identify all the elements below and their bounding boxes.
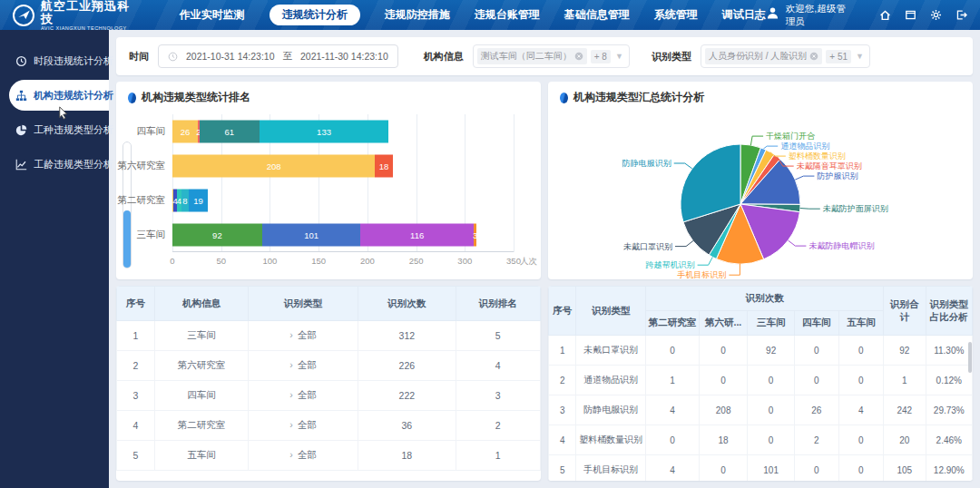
chevron-right-icon: › [289, 419, 293, 430]
main-content: 时间 2021-10-31 14:23:10 至 2021-11-30 14:2… [109, 30, 980, 488]
table-cell: 0 [748, 366, 794, 395]
cell-type-expander[interactable]: ›全部 [248, 441, 358, 471]
x-tick-label: 0 [170, 256, 174, 266]
org-tag-label: 测试车间（同二车间） [481, 50, 572, 63]
bar-chart-card: 机构违规类型统计排名 050100150200250300350人次四车间262… [116, 82, 541, 279]
bar-segment[interactable]: 92 [172, 224, 262, 247]
bar-segment[interactable]: 116 [360, 224, 474, 247]
bar-segment[interactable]: 8 [181, 190, 190, 212]
home-icon[interactable] [879, 9, 891, 21]
bar-segment-value: 208 [267, 161, 281, 171]
cell-type-expander[interactable]: ›全部 [248, 321, 358, 351]
table-cell: 0 [838, 366, 883, 395]
bar-segment-value: 116 [410, 230, 424, 240]
table-cell: 0.12% [926, 366, 972, 395]
cell-type-expander[interactable]: ›全部 [248, 351, 358, 381]
pie-slice-label: 未戴防静电帽识别 [808, 241, 874, 250]
cell-org: 四车间 [155, 381, 249, 411]
sidebar-item-label: 工龄违规类型分析 [34, 158, 113, 171]
type-tag: 人员身份识别 / 人脸识别 [705, 48, 822, 64]
date-end-value[interactable]: 2021-11-30 14:23:10 [300, 51, 388, 62]
bar-segment[interactable]: 133 [260, 121, 389, 143]
tag-close-icon[interactable] [809, 52, 818, 61]
table-cell: 26 [794, 395, 838, 425]
pie-label-line [763, 146, 778, 149]
nav-tab[interactable]: 作业实时监测 [180, 7, 245, 23]
cell-count: 226 [358, 351, 456, 381]
nav-tab[interactable]: 调试日志 [722, 7, 766, 23]
pie-slice-label: 未戴口罩识别 [623, 242, 672, 251]
table-row: 4第二研究室›全部362 [117, 411, 541, 441]
nav-tab[interactable]: 违规统计分析 [270, 5, 360, 25]
window-icon[interactable] [905, 9, 916, 21]
pie-label-line [729, 264, 740, 275]
table-row: 5五车间›全部181 [117, 441, 541, 471]
table-cell: 2.46% [926, 425, 972, 455]
cell-type-expander[interactable]: ›全部 [248, 411, 358, 441]
bar-row: 四车间26261133 [172, 114, 514, 149]
table-cell: 手机目标识别 [576, 455, 646, 482]
bar-segment[interactable]: 18 [375, 155, 392, 178]
table-cell: 0 [646, 336, 699, 366]
sidebar-item-label: 工种违规类型分析 [34, 123, 113, 137]
column-subheader: 五车间 [838, 311, 883, 336]
logout-icon[interactable] [956, 9, 967, 21]
topbar: 航空工业翔迅科技 AVIC XIANGXUN TECHNOLOGY 作业实时监测… [0, 0, 980, 30]
column-header: 识别合计 [883, 287, 926, 336]
bar-segment[interactable]: 19 [189, 190, 207, 212]
column-header: 序号 [117, 287, 155, 321]
bar-segment[interactable]: 26 [172, 121, 198, 143]
bar-stack: 20818 [172, 155, 393, 178]
gear-icon[interactable] [930, 9, 942, 21]
sidebar-item[interactable]: 工龄违规类型分析 [9, 149, 109, 180]
bar-segment[interactable]: 3 [474, 224, 476, 247]
bar-segment[interactable]: 208 [172, 155, 375, 178]
date-start-value[interactable]: 2021-10-31 14:23:10 [186, 51, 275, 62]
type-more-tag: + 51 [826, 50, 851, 63]
cell-count: 312 [358, 321, 456, 351]
cell-seq: 1 [117, 321, 155, 351]
x-tick-label: 250 [409, 256, 424, 266]
nav-tab[interactable]: 违规台账管理 [475, 7, 540, 23]
column-header: 识别类型 [248, 287, 358, 321]
org-select[interactable]: 测试车间（同二车间） + 8 ▼ [473, 44, 630, 68]
type-select[interactable]: 人员身份识别 / 人脸识别 + 51 ▼ [701, 44, 870, 68]
tag-close-icon[interactable] [574, 52, 583, 61]
pie-slice-label: 未戴防护面屏识别 [823, 204, 888, 213]
bar-row: 第二研究室44819 [172, 183, 514, 218]
table-cell: 0 [748, 395, 794, 425]
cell-type-expander[interactable]: ›全部 [248, 381, 358, 411]
bar-segment[interactable]: 101 [262, 224, 361, 247]
cell-org: 第六研究室 [155, 351, 249, 381]
bar-row: 三车间921011163 [172, 218, 514, 252]
table-cell: 1 [549, 336, 576, 366]
table-cell: 0 [794, 336, 838, 366]
table-cell: 2 [549, 366, 576, 395]
bar-segment[interactable]: 61 [200, 121, 260, 143]
column-group-header: 识别次数 [646, 287, 884, 311]
table-scrollbar[interactable] [968, 342, 972, 373]
clock-icon [168, 52, 178, 62]
cell-count: 36 [358, 411, 456, 441]
pie-label-line [750, 136, 763, 145]
date-range-input[interactable]: 2021-10-31 14:23:10 至 2021-11-30 14:23:1… [158, 44, 398, 68]
table-cell: 208 [699, 395, 748, 425]
cell-count: 222 [358, 381, 456, 411]
pie-slice-label: 通道物品识别 [780, 142, 829, 151]
type-summary-table-card: 序号识别类型识别次数识别合计识别类型占比分析第二研究室第六研...三车间四车间五… [548, 286, 973, 481]
x-tick-label: 200 [360, 256, 375, 266]
table-cell: 0 [838, 336, 883, 366]
sidebar-item[interactable]: 时段违规统计分析 [9, 45, 109, 76]
nav-tab[interactable]: 违规防控措施 [385, 7, 450, 23]
plane-logo-icon [13, 5, 34, 26]
dashboard-page: 航空工业翔迅科技 AVIC XIANGXUN TECHNOLOGY 作业实时监测… [0, 0, 980, 488]
nav-tab[interactable]: 系统管理 [654, 7, 698, 23]
x-axis-unit: 人次 [520, 256, 537, 268]
orgchart-icon [15, 90, 27, 102]
sidebar-item-label: 机构违规统计分析 [34, 89, 113, 102]
cell-org: 五车间 [155, 441, 249, 471]
nav-tab[interactable]: 基础信息管理 [564, 7, 630, 23]
bar-category-label: 第二研究室 [118, 194, 166, 207]
bar-segment-value: 26 [181, 127, 191, 137]
datazoom-handle[interactable] [123, 210, 131, 268]
